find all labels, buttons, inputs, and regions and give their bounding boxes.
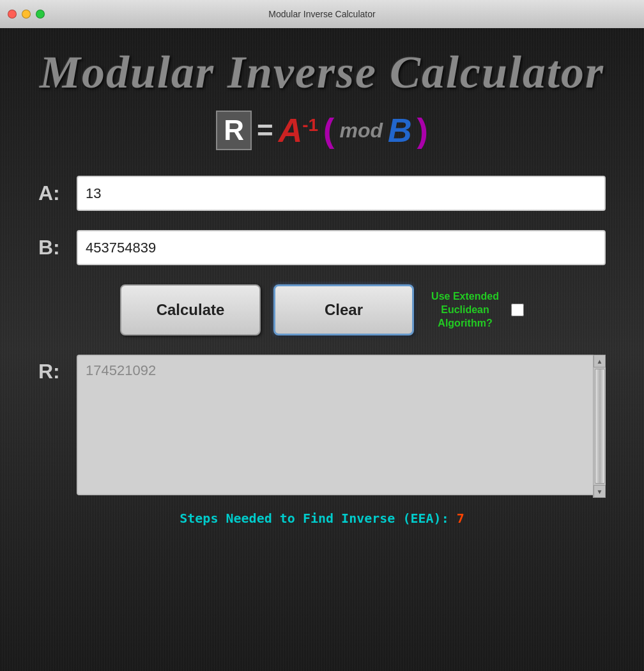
formula-r: R — [216, 111, 252, 150]
eea-label: Use Extended Euclidean Algorithm? — [427, 290, 503, 330]
formula-display: R = A-1 ( mod B ) — [216, 111, 428, 150]
minimize-button[interactable] — [22, 10, 31, 19]
app-title: Modular Inverse Calculator — [40, 47, 604, 98]
formula-b: B — [388, 111, 412, 150]
formula-a-group: A-1 — [279, 111, 318, 150]
scroll-down-arrow[interactable]: ▼ — [594, 485, 606, 498]
steps-count: 7 — [457, 511, 464, 526]
input-a-label: A: — [38, 181, 77, 205]
formula-equals: = — [257, 114, 273, 146]
calculate-button[interactable]: Calculate — [120, 284, 261, 336]
steps-footer: Steps Needed to Find Inverse (EEA): 7 — [180, 511, 464, 526]
buttons-row: Calculate Clear Use Extended Euclidean A… — [38, 284, 606, 336]
window-title: Modular Inverse Calculator — [268, 9, 375, 19]
result-row: R: 174521092 ▲ ▼ — [38, 355, 606, 498]
eea-checkbox[interactable] — [511, 304, 524, 316]
close-button[interactable] — [8, 10, 17, 19]
scroll-up-arrow[interactable]: ▲ — [594, 355, 606, 367]
eea-group: Use Extended Euclidean Algorithm? — [427, 290, 524, 330]
window-controls — [8, 10, 45, 19]
main-content: Modular Inverse Calculator R = A-1 ( mod… — [0, 28, 644, 671]
formula-close-paren: ) — [417, 111, 428, 150]
result-field[interactable]: 174521092 — [77, 355, 606, 495]
titlebar: Modular Inverse Calculator — [0, 0, 644, 28]
input-a-row: A: — [38, 176, 606, 211]
result-label: R: — [38, 355, 77, 383]
formula-open-paren: ( — [323, 111, 334, 150]
steps-label: Steps Needed to Find Inverse (EEA): — [180, 511, 448, 526]
input-b-row: B: — [38, 230, 606, 265]
input-b-field[interactable] — [77, 230, 606, 265]
formula-mod: mod — [339, 119, 383, 143]
scroll-thumb[interactable] — [595, 369, 605, 484]
input-b-label: B: — [38, 236, 77, 259]
formula-a: A — [279, 112, 303, 149]
input-a-field[interactable] — [77, 176, 606, 211]
clear-button[interactable]: Clear — [273, 284, 414, 336]
scrollbar: ▲ ▼ — [593, 355, 606, 498]
maximize-button[interactable] — [36, 10, 45, 19]
formula-sup: -1 — [302, 115, 318, 135]
result-wrapper: 174521092 ▲ ▼ — [77, 355, 606, 498]
